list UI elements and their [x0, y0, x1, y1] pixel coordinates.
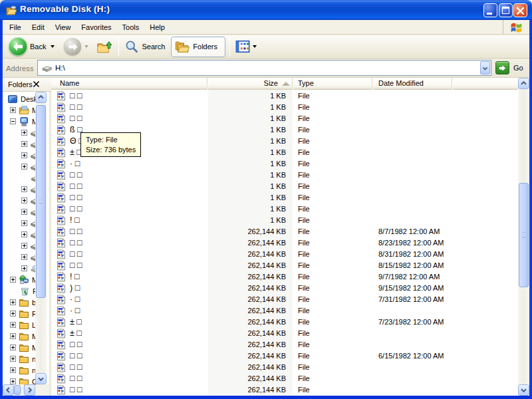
file-type: File — [298, 205, 310, 213]
address-combobox[interactable]: H:\ — [37, 60, 491, 76]
file-row[interactable]: !□ 1 KB File — [51, 215, 518, 226]
list-scroll-up-button[interactable] — [518, 78, 529, 89]
search-icon[interactable] — [124, 39, 139, 54]
menu-item[interactable]: File — [4, 20, 27, 35]
expand-plus-icon[interactable] — [21, 152, 27, 158]
file-row[interactable]: □□ 1 KB File — [51, 181, 518, 192]
file-name: □□ — [70, 340, 84, 349]
file-type: File — [298, 352, 310, 360]
file-row[interactable]: ·□ 262,144 KB File — [51, 305, 518, 317]
file-type: File — [298, 261, 310, 269]
expand-plus-icon[interactable] — [10, 277, 16, 283]
file-row[interactable]: □□ 1 KB File — [51, 170, 518, 181]
expand-plus-icon[interactable] — [10, 367, 16, 373]
file-row[interactable]: □□ 262,144 KB File — [51, 384, 518, 396]
file-icon — [56, 373, 66, 384]
close-button[interactable] — [513, 3, 527, 17]
file-row[interactable]: □□ 262,144 KB File 8/15/1982 12:00 AM — [51, 260, 518, 271]
file-row[interactable]: □□ 262,144 KB File 8/7/1982 12:00 AM — [51, 226, 518, 237]
file-type: File — [298, 273, 310, 281]
column-header-size[interactable]: Size — [207, 78, 293, 90]
file-icon — [56, 249, 66, 259]
expand-plus-icon[interactable] — [21, 265, 27, 271]
explorer-window: Removable Disk (H:) FileEditViewFavorite… — [0, 0, 532, 399]
file-row[interactable]: ±□ 262,144 KB File 7/23/1982 12:00 AM — [51, 317, 518, 328]
tree-scroll-right-button[interactable] — [24, 384, 35, 396]
column-header-type[interactable]: Type — [293, 78, 372, 90]
tree-scrollbar-thumb[interactable] — [36, 105, 46, 298]
menu-item[interactable]: Favorites — [76, 20, 116, 35]
expand-plus-icon[interactable] — [10, 107, 16, 113]
expand-plus-icon[interactable] — [10, 311, 16, 317]
address-value[interactable]: H:\ — [55, 64, 65, 72]
expand-plus-icon[interactable] — [21, 209, 27, 215]
forward-button[interactable] — [64, 38, 81, 55]
views-dropdown-icon[interactable] — [253, 45, 257, 48]
list-scrollbar-thumb[interactable] — [519, 183, 529, 287]
file-date: 7/31/1982 12:00 AM — [378, 295, 444, 303]
expand-plus-icon[interactable] — [10, 344, 16, 350]
folders-toggle-button[interactable]: Folders — [171, 37, 225, 57]
expand-plus-icon[interactable] — [21, 243, 27, 249]
expand-plus-icon[interactable] — [21, 198, 27, 203]
search-button-label[interactable]: Search — [142, 43, 165, 51]
file-row[interactable]: □□ 1 KB File — [51, 113, 518, 124]
menu-item[interactable]: Tools — [117, 20, 145, 35]
file-row[interactable]: □□ 262,144 KB File 8/23/1982 12:00 AM — [51, 237, 518, 249]
file-row[interactable]: □□ 1 KB File — [51, 102, 518, 113]
tree-horizontal-scrollbar — [3, 384, 47, 396]
back-button-label[interactable]: Back — [30, 43, 46, 51]
maximize-button[interactable] — [499, 3, 513, 17]
tree-scroll-up-button[interactable] — [35, 92, 47, 103]
back-dropdown-icon[interactable] — [51, 45, 55, 48]
menu-item[interactable]: View — [50, 20, 76, 35]
file-row[interactable]: □□ 262,144 KB File 6/15/1982 12:00 AM — [51, 350, 518, 362]
file-row[interactable]: □□ 1 KB File — [51, 192, 518, 203]
list-scroll-down-button[interactable] — [518, 384, 529, 396]
file-row[interactable]: ·□ 1 KB File — [51, 158, 518, 170]
file-name: □□ — [70, 114, 84, 123]
expand-plus-icon[interactable] — [10, 322, 16, 328]
file-row[interactable]: □□ 262,144 KB File 8/31/1982 12:00 AM — [51, 249, 518, 260]
expand-plus-icon[interactable] — [10, 333, 16, 339]
file-row[interactable]: )□ 262,144 KB File 9/15/1982 12:00 AM — [51, 283, 518, 294]
file-row[interactable]: □□ 1 KB File — [51, 203, 518, 215]
tree-scroll-left-button[interactable] — [3, 384, 14, 396]
file-type: File — [298, 137, 310, 145]
file-row[interactable]: !□ 262,144 KB File 9/7/1982 12:00 AM — [51, 271, 518, 283]
expand-plus-icon[interactable] — [21, 231, 27, 237]
views-icon[interactable] — [235, 39, 250, 54]
file-name: □□ — [70, 102, 84, 112]
expand-plus-icon[interactable] — [10, 378, 16, 384]
go-label[interactable]: Go — [513, 64, 523, 72]
expand-plus-icon[interactable] — [10, 299, 16, 305]
menu-item[interactable]: Edit — [27, 20, 50, 35]
expand-plus-icon[interactable] — [21, 164, 27, 170]
column-header-name[interactable]: Name — [51, 78, 207, 90]
tree-scroll-down-button[interactable] — [35, 373, 47, 384]
address-dropdown-button[interactable] — [480, 61, 490, 74]
expand-plus-icon[interactable] — [21, 254, 27, 260]
file-row[interactable]: □□ 1 KB File — [51, 90, 518, 102]
column-header-date[interactable]: Date Modified — [372, 78, 452, 90]
back-button[interactable] — [9, 37, 27, 56]
expand-plus-icon[interactable] — [21, 220, 27, 226]
up-button[interactable] — [96, 39, 112, 55]
go-button[interactable] — [495, 61, 509, 74]
file-row[interactable]: □□ 262,144 KB File — [51, 362, 518, 373]
menu-item[interactable]: Help — [144, 20, 170, 35]
file-row[interactable]: ±□ 262,144 KB File — [51, 328, 518, 339]
expand-plus-icon[interactable] — [10, 356, 16, 362]
expand-plus-icon[interactable] — [21, 141, 27, 147]
file-row[interactable]: □□ 262,144 KB File — [51, 339, 518, 350]
close-folders-icon[interactable] — [32, 80, 41, 88]
expand-plus-icon[interactable] — [21, 130, 27, 136]
chevron-down-icon — [519, 385, 529, 395]
minimize-button[interactable] — [483, 3, 497, 17]
file-row[interactable]: □□ 262,144 KB File — [51, 373, 518, 384]
file-row[interactable]: ·□ 262,144 KB File 7/31/1982 12:00 AM — [51, 294, 518, 305]
folders-icon — [175, 39, 190, 54]
collapse-minus-icon[interactable] — [10, 118, 16, 124]
expand-plus-icon[interactable] — [21, 186, 27, 192]
tree-hscrollbar-thumb[interactable] — [14, 385, 21, 395]
